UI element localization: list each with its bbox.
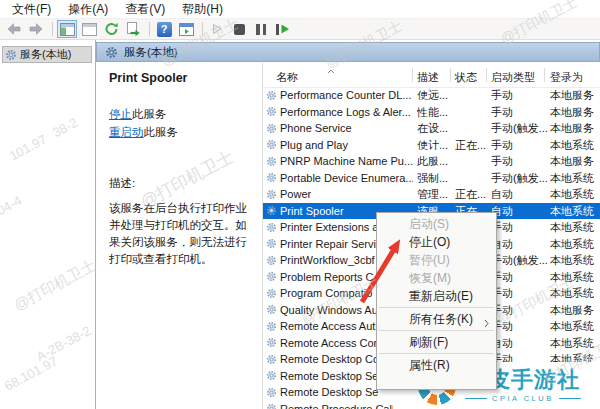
service-row[interactable]: Portable Device Enumera...强制...手动(触发...本… bbox=[263, 170, 600, 187]
service-startup-type: 自动 bbox=[491, 236, 548, 251]
menu-file[interactable]: 文件(F) bbox=[5, 1, 58, 18]
description-label: 描述: bbox=[109, 176, 254, 191]
service-name: Portable Device Enumera... bbox=[280, 172, 413, 184]
service-row[interactable]: Performance Counter DL...使远...手动本地服务 bbox=[263, 87, 600, 104]
service-startup-type: 手动 bbox=[491, 154, 548, 169]
service-description-cell: 使远... bbox=[417, 88, 453, 103]
logo-dash bbox=[465, 398, 487, 399]
service-startup-type: 手动(触发... bbox=[491, 253, 548, 268]
service-row[interactable]: Phone Service在设...手动(触发...本地服务 bbox=[263, 120, 600, 137]
column-header-logon-as[interactable]: 登录为 bbox=[550, 70, 583, 85]
service-startup-type: 自动 bbox=[491, 335, 548, 350]
tree-item-label: 服务(本地) bbox=[20, 47, 71, 62]
column-divider[interactable] bbox=[486, 68, 487, 82]
service-name: Performance Counter DL... bbox=[280, 89, 413, 101]
service-row[interactable]: PNRP Machine Name Pu...此服...手动本地服务 bbox=[263, 153, 600, 170]
column-header-startup-type[interactable]: 启动类型 bbox=[491, 70, 535, 85]
service-logon-as: 本地服务 bbox=[550, 154, 598, 169]
show-console-tree-icon[interactable] bbox=[57, 20, 77, 38]
context-menu-item-all-tasks[interactable]: 所有任务(K) bbox=[377, 310, 496, 328]
menu-action[interactable]: 操作(A) bbox=[61, 1, 115, 18]
service-description-cell: 此服... bbox=[417, 154, 453, 169]
service-startup-type: 自动 bbox=[491, 203, 548, 218]
service-description-cell: 在设... bbox=[417, 121, 453, 136]
menu-separator bbox=[379, 330, 494, 331]
service-logon-as: 本地系统 bbox=[550, 335, 598, 350]
service-logon-as: 本地系统 bbox=[550, 269, 598, 284]
service-startup-type: 手动 bbox=[491, 137, 548, 152]
column-header-description[interactable]: 描述 bbox=[417, 70, 439, 85]
service-row[interactable]: Plug and Play使计...正在...手动本地系统 bbox=[263, 137, 600, 154]
service-name: Phone Service bbox=[280, 122, 413, 134]
service-name: PNRP Machine Name Pu... bbox=[280, 155, 413, 167]
service-status: 正在... bbox=[455, 187, 489, 202]
restart-link-suffix: 此服务 bbox=[144, 126, 179, 138]
restart-service-icon[interactable] bbox=[273, 20, 293, 38]
info-pane: Print Spooler 停止此服务 重启动此服务 描述: 该服务在后台执行打… bbox=[96, 63, 263, 409]
column-divider[interactable] bbox=[412, 68, 413, 82]
context-menu-item-refresh[interactable]: 刷新(F) bbox=[377, 333, 496, 351]
service-name: Plug and Play bbox=[280, 139, 413, 151]
service-startup-type: 自动 bbox=[491, 187, 548, 202]
service-startup-type: 手动 bbox=[491, 286, 548, 301]
pause-service-icon[interactable] bbox=[251, 20, 271, 38]
panel-header-title: 服务(本地) bbox=[124, 45, 178, 60]
service-description-cell: 使计... bbox=[417, 137, 453, 152]
service-startup-type: 手动 bbox=[491, 302, 548, 317]
service-startup-type: 手动 bbox=[491, 104, 548, 119]
export-list-icon[interactable] bbox=[123, 20, 143, 38]
restart-service-link[interactable]: 重启动 bbox=[109, 126, 144, 138]
toolbar-separator bbox=[52, 22, 53, 36]
service-logon-as: 本地系统 bbox=[550, 220, 598, 235]
red-arrow-annotation bbox=[350, 226, 416, 310]
service-logon-as: 本地服务 bbox=[550, 121, 598, 136]
toolbar-separator bbox=[202, 22, 203, 36]
submenu-arrow-icon bbox=[484, 315, 489, 333]
services-gear-icon bbox=[5, 49, 17, 61]
menu-view[interactable]: 查看(V) bbox=[118, 1, 172, 18]
menu-bar: 文件(F) 操作(A) 查看(V) 帮助(H) bbox=[0, 0, 600, 19]
tree-item-services-local[interactable]: 服务(本地) bbox=[2, 46, 92, 63]
service-description-cell: 管理... bbox=[417, 187, 453, 202]
service-logon-as: 本地服务 bbox=[550, 88, 598, 103]
stop-link-suffix: 此服务 bbox=[132, 108, 167, 120]
stop-service-icon[interactable] bbox=[229, 20, 249, 38]
column-divider[interactable] bbox=[544, 68, 545, 82]
service-startup-type: 手动 bbox=[491, 319, 548, 334]
service-logon-as: 本地系统 bbox=[550, 236, 598, 251]
column-header-status[interactable]: 状态 bbox=[455, 70, 477, 85]
service-row[interactable]: Performance Logs & Aler...性能...手动本地服务 bbox=[263, 104, 600, 121]
service-logon-as: 本地系统 bbox=[550, 319, 598, 334]
service-row[interactable]: Power管理...正在...自动本地系统 bbox=[263, 186, 600, 203]
context-menu-item-properties[interactable]: 属性(R) bbox=[377, 356, 496, 374]
show-action-pane-icon[interactable] bbox=[176, 20, 196, 38]
properties-window-icon[interactable] bbox=[79, 20, 99, 38]
column-header-name[interactable]: 名称 bbox=[276, 70, 298, 85]
toolbar: ? bbox=[0, 19, 600, 40]
table-header: 名称 描述 状态 启动类型 登录为 bbox=[263, 63, 600, 88]
service-startup-type: 手动 bbox=[491, 269, 548, 284]
service-logon-as: 本地系统 bbox=[550, 170, 598, 185]
refresh-icon[interactable] bbox=[101, 20, 121, 38]
forward-icon[interactable] bbox=[26, 20, 46, 38]
service-logon-as: 本地服务 bbox=[550, 302, 598, 317]
service-logon-as: 本地服务 bbox=[550, 104, 598, 119]
service-status: 正在... bbox=[455, 137, 489, 152]
service-logon-as: 本地系统 bbox=[550, 203, 598, 218]
stop-service-link[interactable]: 停止 bbox=[109, 108, 132, 120]
logo-dash bbox=[559, 398, 581, 399]
services-console-window: 文件(F) 操作(A) 查看(V) 帮助(H) ? bbox=[0, 0, 600, 409]
column-divider[interactable] bbox=[450, 68, 451, 82]
service-name: Power bbox=[280, 188, 413, 200]
service-logon-as: 本地系统 bbox=[550, 187, 598, 202]
panel-header: 服务(本地) bbox=[96, 42, 600, 62]
service-title: Print Spooler bbox=[109, 71, 254, 85]
menu-help[interactable]: 帮助(H) bbox=[175, 1, 230, 18]
help-icon[interactable]: ? bbox=[154, 20, 174, 38]
start-service-icon[interactable] bbox=[207, 20, 227, 38]
toolbar-separator bbox=[149, 22, 150, 36]
service-description-cell: 性能... bbox=[417, 104, 453, 119]
service-logon-as: 本地系统 bbox=[550, 253, 598, 268]
back-icon[interactable] bbox=[4, 20, 24, 38]
menu-separator bbox=[379, 353, 494, 354]
